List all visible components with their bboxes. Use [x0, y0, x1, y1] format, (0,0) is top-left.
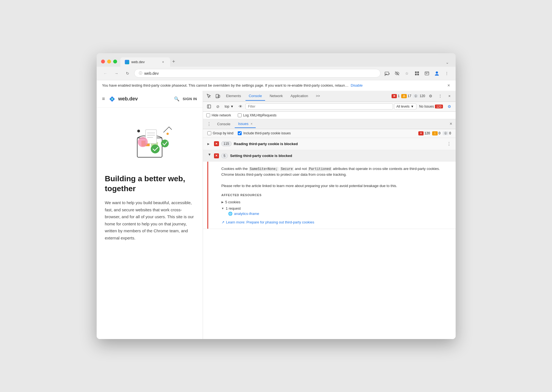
tab-close-button[interactable]: ×	[161, 60, 166, 65]
svg-point-23	[138, 137, 148, 147]
svg-rect-2	[389, 73, 390, 74]
hide-network-checkbox[interactable]: Hide network	[206, 113, 231, 117]
devtools-actions: ✕ 1 ⚠ 17 🛈 120 ⚙ ⋮ ×	[392, 92, 453, 100]
subtabs-menu-button[interactable]: ⋮	[205, 120, 213, 128]
issues-settings-button[interactable]: ⚙	[446, 103, 453, 110]
maximize-window-button[interactable]	[113, 60, 117, 63]
code-secure: Secure	[280, 167, 294, 171]
frame-selector-label: top	[225, 105, 229, 108]
info-count: 120	[419, 94, 425, 98]
group-by-kind-checkbox[interactable]: Group by kind	[207, 131, 234, 135]
site-logo[interactable]: web.dev	[108, 95, 138, 103]
back-button[interactable]: ←	[101, 69, 110, 78]
issue-title-reading: Reading third-party cookie is blocked	[234, 142, 298, 146]
devtools-more-tabs-button[interactable]: >>	[313, 92, 323, 101]
devtools-tab-elements[interactable]: Elements	[223, 92, 244, 101]
new-tab-button[interactable]: +	[170, 57, 178, 67]
warning-count: 17	[408, 94, 411, 98]
devtools-settings-button[interactable]: ⚙	[427, 92, 435, 100]
live-expressions-button[interactable]: 👁	[237, 103, 244, 110]
issues-error-icon: ✕	[418, 131, 424, 135]
inspect-element-button[interactable]	[205, 92, 213, 100]
include-third-party-label: Include third-party cookie issues	[243, 131, 290, 135]
console-sidebar-toggle[interactable]	[205, 103, 213, 110]
reload-button[interactable]: ↻	[123, 69, 132, 78]
hide-button[interactable]	[393, 69, 402, 78]
devtools-toggle-button[interactable]	[422, 69, 431, 78]
issues-info-icon: 🛈	[443, 131, 448, 135]
menu-button[interactable]: ⋮	[442, 69, 451, 78]
svg-point-21	[137, 130, 140, 132]
issues-error-count: ✕ 120	[418, 131, 430, 135]
subtab-issues-close[interactable]: ×	[250, 122, 252, 126]
profile-button[interactable]	[432, 69, 441, 78]
devtools-close-button[interactable]: ×	[446, 92, 453, 100]
subtabs-bar: ⋮ Console Issues × ×	[203, 119, 456, 129]
learn-more-label: Learn more: Prepare for phasing out thir…	[226, 220, 314, 224]
resource-link-analytics[interactable]: 🌐 analytics-iframe	[228, 212, 449, 216]
devtools-panel: Elements Console Network Application >> …	[203, 91, 456, 339]
group-by-kind-input[interactable]	[207, 131, 211, 135]
issues-error-num: 120	[424, 131, 430, 135]
issue-header-reading[interactable]: ▶ ✕ 115 Reading third-party cookie is bl…	[203, 138, 456, 150]
warning-badge: ⚠ 17	[401, 94, 411, 98]
issues-warning-count: ⚠ 0	[432, 131, 440, 135]
svg-rect-6	[415, 71, 417, 73]
devtools-tab-network[interactable]: Network	[266, 92, 286, 101]
cast-button[interactable]	[383, 69, 392, 78]
hide-network-input[interactable]	[206, 113, 210, 117]
resource-item-request[interactable]: ▼ 1 request	[221, 205, 449, 212]
devtools-tab-application[interactable]: Application	[287, 92, 311, 101]
subtab-console[interactable]: Console	[214, 120, 234, 128]
console-filter-input[interactable]	[245, 103, 393, 110]
browser-tab-active[interactable]: web.dev ×	[120, 57, 170, 67]
info-badge: 🛈 120	[413, 94, 425, 98]
address-bar[interactable]: ⓘ web.dev	[134, 69, 381, 78]
include-third-party-input[interactable]	[238, 131, 242, 135]
site-search-button[interactable]: 🔍	[174, 96, 179, 102]
devtools-tab-console[interactable]: Console	[245, 92, 265, 101]
log-levels-select[interactable]: All levels ▼	[394, 103, 416, 110]
site-signin-button[interactable]: SIGN IN	[183, 97, 197, 101]
code-partitioned: Partitioned	[308, 167, 332, 171]
learn-more-icon: ↗	[221, 220, 225, 224]
info-bar-disable-link[interactable]: Disable	[351, 83, 363, 87]
clear-console-button[interactable]: ⊘	[214, 103, 222, 110]
address-icon: ⓘ	[139, 71, 142, 76]
devtools-main-toolbar: Elements Console Network Application >> …	[203, 91, 456, 102]
learn-more-link[interactable]: ↗ Learn more: Prepare for phasing out th…	[221, 220, 449, 224]
issues-warning-icon: ⚠	[432, 131, 438, 135]
include-third-party-checkbox[interactable]: Include third-party cookie issues	[238, 131, 290, 135]
log-xml-input[interactable]	[238, 113, 242, 117]
svg-point-22	[167, 133, 169, 135]
device-toggle-button[interactable]	[214, 92, 222, 100]
close-window-button[interactable]	[101, 60, 105, 63]
console-secondary-toolbar: ⊘ top ▼ 👁 All levels ▼ No Issues 120 ⚙	[203, 102, 456, 112]
extensions-button[interactable]	[413, 69, 421, 78]
no-issues-text: No Issues	[419, 105, 434, 108]
tab-bar: web.dev × + ⌄	[120, 57, 451, 67]
tab-expand-button[interactable]: ⌄	[443, 58, 451, 67]
resource-item-cookies[interactable]: ▶ 5 cookies	[221, 199, 449, 205]
info-bar-close-button[interactable]: ×	[447, 83, 450, 88]
subtabs-close-button[interactable]: ×	[448, 120, 453, 127]
resource-label-cookies: 5 cookies	[225, 200, 241, 204]
log-xml-label: Log XMLHttpRequests	[243, 113, 277, 117]
subtab-issues[interactable]: Issues ×	[235, 120, 256, 128]
devtools-menu-button[interactable]: ⋮	[436, 92, 444, 100]
info-icon: 🛈	[413, 94, 419, 98]
forward-button[interactable]: →	[112, 69, 121, 78]
issue-menu-reading[interactable]: ⋮	[447, 141, 451, 146]
issues-content: Group by kind Include third-party cookie…	[203, 129, 456, 339]
log-xml-checkbox[interactable]: Log XMLHttpRequests	[238, 113, 277, 117]
hamburger-menu-button[interactable]: ≡	[102, 96, 105, 102]
log-levels-arrow: ▼	[411, 105, 414, 108]
nav-bar: ← → ↻ ⓘ web.dev	[97, 67, 456, 80]
resource-label-request: 1 request	[226, 206, 241, 210]
frame-selector[interactable]: top ▼	[223, 103, 236, 110]
svg-rect-8	[415, 74, 417, 75]
svg-point-11	[436, 71, 438, 74]
star-button[interactable]: ☆	[403, 69, 411, 78]
issue-header-setting[interactable]: ▶ ✕ 5 Setting third-party cookie is bloc…	[203, 150, 456, 162]
minimize-window-button[interactable]	[107, 60, 111, 63]
